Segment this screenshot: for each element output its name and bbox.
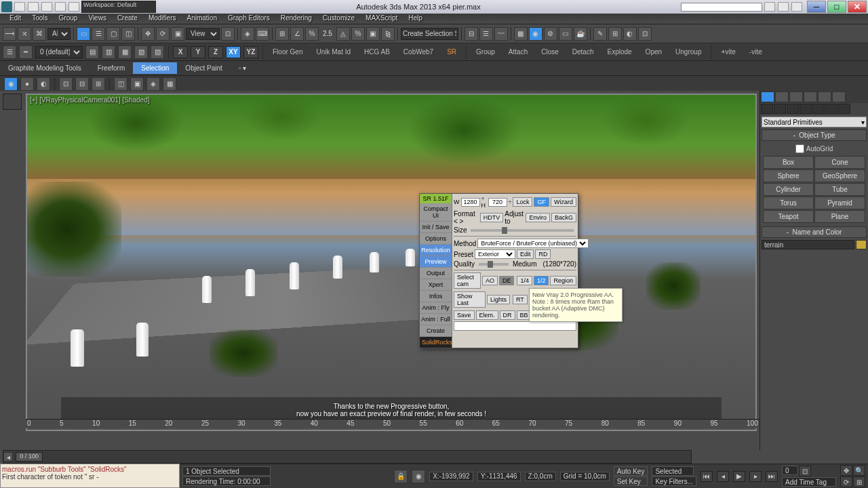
sr-initsave-button[interactable]: Init / Save bbox=[420, 222, 452, 233]
sr-compactui-button[interactable]: Compact UI bbox=[420, 203, 452, 222]
hierarchy-tab-icon[interactable] bbox=[789, 92, 803, 102]
sr-xpert-button[interactable]: Xpert bbox=[420, 279, 452, 291]
obj-cone-button[interactable]: Cone bbox=[814, 156, 865, 169]
link-icon[interactable]: ⟶ bbox=[3, 27, 16, 41]
plugin-floorgen[interactable]: Floor Gen bbox=[267, 47, 308, 57]
helpers-subtab-icon[interactable] bbox=[812, 104, 825, 114]
info-icon[interactable] bbox=[791, 2, 802, 12]
layer-dropdown[interactable]: 0 (default) bbox=[35, 46, 83, 58]
btn-detach[interactable]: Detach bbox=[567, 47, 599, 57]
lights-subtab-icon[interactable] bbox=[787, 104, 799, 114]
mirror-icon[interactable]: ⧎ bbox=[381, 27, 395, 41]
ribbon-tool2-icon[interactable]: ● bbox=[20, 77, 34, 91]
qat-undo-icon[interactable] bbox=[55, 2, 66, 12]
scale-icon[interactable]: ▣ bbox=[171, 27, 184, 41]
star-icon[interactable] bbox=[778, 2, 789, 12]
coord-y[interactable]: Y:-1131,446 bbox=[477, 472, 521, 481]
layer-btn4-icon[interactable]: ▧ bbox=[134, 45, 148, 59]
app-icon[interactable] bbox=[1, 1, 12, 12]
layers-btn-icon[interactable]: ☰ bbox=[3, 45, 16, 59]
rollout-name-color[interactable]: - Name and Color bbox=[762, 226, 867, 238]
menu-grapheditors[interactable]: Graph Editors bbox=[222, 14, 275, 24]
obj-sphere-button[interactable]: Sphere bbox=[763, 169, 814, 182]
sr-lock-button[interactable]: Lock bbox=[513, 197, 532, 207]
sr-rd-button[interactable]: RD bbox=[535, 249, 551, 259]
btn-minusvite[interactable]: -vite bbox=[744, 47, 768, 57]
viewport[interactable]: [+] [VRayPhysicalCamera001] [Shaded] Tha… bbox=[26, 94, 757, 431]
sr-path-input[interactable] bbox=[454, 321, 576, 331]
selection-filter-dropdown[interactable]: All bbox=[47, 28, 71, 40]
ribbon-tool5-icon[interactable]: ⊟ bbox=[75, 77, 89, 91]
nav-pan-icon[interactable]: ✥ bbox=[840, 465, 852, 476]
obj-pyramid-button[interactable]: Pyramid bbox=[814, 197, 865, 209]
btn-explode[interactable]: Explode bbox=[601, 47, 637, 57]
timeline-prev-icon[interactable]: ◂ bbox=[3, 452, 13, 462]
menu-maxscript[interactable]: MAXScript bbox=[360, 14, 403, 24]
obj-tube-button[interactable]: Tube bbox=[814, 183, 865, 196]
axis-z-button[interactable]: Z bbox=[208, 46, 223, 58]
setkey-button[interactable]: Set Key bbox=[614, 476, 648, 486]
minimize-button[interactable]: ─ bbox=[807, 1, 826, 13]
utilities-tab-icon[interactable] bbox=[832, 92, 846, 102]
move-icon[interactable]: ✥ bbox=[141, 27, 155, 41]
keymode-dropdown[interactable]: Selected bbox=[652, 466, 694, 476]
select-icon[interactable]: ▭ bbox=[77, 27, 90, 41]
spacewarps-subtab-icon[interactable] bbox=[825, 104, 837, 114]
time-ruler[interactable]: 0510152025303540455055606570758085909510… bbox=[26, 419, 760, 428]
obj-plane-button[interactable]: Plane bbox=[814, 210, 865, 223]
select-name-icon[interactable]: ☰ bbox=[92, 27, 105, 41]
autokey-button[interactable]: Auto Key bbox=[614, 466, 648, 476]
sr-animfull-button[interactable]: Anim : Full bbox=[420, 314, 452, 325]
maxscript-listener[interactable]: macros.run "Subburb Tools" "SolidRocks" … bbox=[0, 464, 180, 488]
menu-tools[interactable]: Tools bbox=[26, 14, 53, 24]
rotate-icon[interactable]: ⟳ bbox=[156, 27, 170, 41]
menu-modifiers[interactable]: Modifiers bbox=[143, 14, 182, 24]
solidrocks-panel[interactable]: SR 1.51F Compact UI Init / Save Options … bbox=[419, 193, 578, 348]
axis-y-button[interactable]: Y bbox=[191, 46, 205, 58]
named-sel-icon[interactable]: ▣ bbox=[366, 27, 380, 41]
ribbon-tool9-icon[interactable]: ◈ bbox=[146, 77, 160, 91]
menu-customize[interactable]: Customize bbox=[317, 14, 360, 24]
add-time-tag-button[interactable]: Add Time Tag bbox=[782, 477, 836, 487]
nav-orbit-icon[interactable]: ⟳ bbox=[840, 476, 852, 487]
help-search-input[interactable] bbox=[681, 3, 762, 12]
close-button[interactable]: ✕ bbox=[848, 1, 867, 13]
sr-output-button[interactable]: Output bbox=[420, 268, 452, 279]
menu-create[interactable]: Create bbox=[112, 14, 143, 24]
curve-editor-icon[interactable]: 〰 bbox=[494, 27, 508, 41]
object-name-input[interactable] bbox=[762, 240, 854, 249]
lock-selection-icon[interactable]: 🔒 bbox=[394, 470, 408, 483]
coord-x[interactable]: X:-1939,992 bbox=[429, 472, 473, 481]
layer-wire-icon[interactable]: ━ bbox=[19, 45, 33, 59]
obj-torus-button[interactable]: Torus bbox=[763, 197, 814, 209]
sr-backg-button[interactable]: BackG bbox=[551, 213, 576, 222]
spinner-snap-icon[interactable]: ◬ bbox=[336, 27, 350, 41]
sr-showlast-button[interactable]: Show Last bbox=[454, 291, 486, 308]
maximize-button[interactable]: □ bbox=[827, 1, 846, 13]
menu-animation[interactable]: Animation bbox=[181, 14, 222, 24]
sr-quality-slider[interactable] bbox=[479, 263, 509, 266]
cameras-subtab-icon[interactable] bbox=[800, 104, 812, 114]
display-tab-icon[interactable] bbox=[818, 92, 831, 102]
layer-btn2-icon[interactable]: ▥ bbox=[102, 45, 115, 59]
tool-a-icon[interactable]: ✎ bbox=[593, 27, 607, 41]
sr-options-button[interactable]: Options bbox=[420, 233, 452, 245]
goto-start-icon[interactable]: ⏮ bbox=[701, 471, 713, 482]
coord-z[interactable]: Z:0,0cm bbox=[525, 472, 556, 481]
select-region-icon[interactable]: ▢ bbox=[106, 27, 120, 41]
motion-tab-icon[interactable] bbox=[804, 92, 817, 102]
ribbon-tool3-icon[interactable]: ◐ bbox=[37, 77, 50, 91]
material-editor-icon[interactable]: ◉ bbox=[529, 27, 542, 41]
sr-height-input[interactable] bbox=[488, 198, 507, 207]
btn-plusvite[interactable]: +vite bbox=[715, 47, 741, 57]
render-icon[interactable]: ☕ bbox=[574, 27, 587, 41]
keyfilters-button[interactable]: Key Filters... bbox=[652, 476, 696, 486]
menu-edit[interactable]: Edit bbox=[4, 14, 26, 24]
ribbon-tool6-icon[interactable]: ⊞ bbox=[92, 77, 105, 91]
ribbon-tool7-icon[interactable]: ◫ bbox=[114, 77, 127, 91]
layers-icon[interactable]: ☰ bbox=[479, 27, 493, 41]
plugin-cobweb7[interactable]: CobWeb7 bbox=[398, 47, 439, 57]
btn-attach[interactable]: Attach bbox=[503, 47, 533, 57]
pivot-icon[interactable]: ⊡ bbox=[221, 27, 235, 41]
obj-box-button[interactable]: Box bbox=[763, 156, 814, 169]
